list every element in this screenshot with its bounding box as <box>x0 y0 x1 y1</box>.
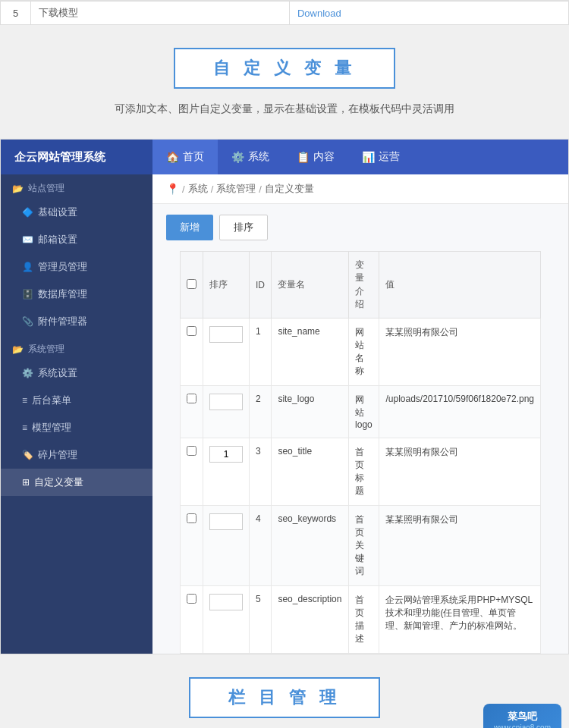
watermark-bottom: www.cniao8.com <box>494 723 551 728</box>
sidebar-item-admin-management[interactable]: 👤 管理员管理 <box>1 253 152 281</box>
row-desc-cell: 网站logo <box>349 386 379 438</box>
th-id: ID <box>250 252 272 318</box>
row-value-cell: /uploads/201710/59f06f1820e72.png <box>379 386 541 438</box>
row-order-cell <box>203 586 250 654</box>
top-partial-table: 5 下载模型 Download <box>0 1 569 25</box>
location-icon: 📍 <box>166 183 179 195</box>
attachment-icon: 📎 <box>22 316 33 327</box>
sidebar-item-system-settings[interactable]: ⚙️ 系统设置 <box>1 359 152 387</box>
sidebar-item-db-management[interactable]: 🗄️ 数据库管理 <box>1 281 152 308</box>
row-id-cell: 2 <box>250 386 272 438</box>
sort-button[interactable]: 排序 <box>219 215 268 240</box>
row-checkbox-1[interactable] <box>187 394 196 403</box>
row-desc-cell: 首页标题 <box>349 438 379 506</box>
nav-item-system[interactable]: ⚙️ 系统 <box>218 140 283 174</box>
sidebar-item-model-management[interactable]: ≡ 模型管理 <box>1 414 152 441</box>
sidebar-item-fragment[interactable]: 🏷️ 碎片管理 <box>1 441 152 469</box>
nav-item-operations[interactable]: 📊 运营 <box>348 140 413 174</box>
fragment-icon: 🏷️ <box>22 450 33 460</box>
custom-vars-table: 排序 ID 变量名 变量 介绍 值 <box>180 251 541 654</box>
sidebar-section2-title: 📂 系统管理 <box>1 335 152 359</box>
add-button[interactable]: 新增 <box>166 215 213 240</box>
watermark-box: 菜鸟吧 www.cniao8.com <box>483 704 561 728</box>
nav-item-content[interactable]: 📋 内容 <box>283 140 348 174</box>
sidebar-item-attachment[interactable]: 📎 附件管理器 <box>1 308 152 335</box>
nav-item-operations-label: 运营 <box>379 150 400 164</box>
nav-item-content-label: 内容 <box>313 150 335 164</box>
th-checkbox <box>181 252 203 318</box>
operations-icon: 📊 <box>362 151 375 163</box>
app-shell: 企云网站管理系统 🏠 首页 ⚙️ 系统 📋 内容 📊 运营 <box>0 139 569 654</box>
sidebar-item-email-label: 邮箱设置 <box>38 233 77 246</box>
nav-item-system-label: 系统 <box>248 150 269 164</box>
table-row: 5 下载模型 Download <box>1 2 569 25</box>
row-order-cell <box>203 318 250 386</box>
sidebar-item-attachment-label: 附件管理器 <box>38 315 87 328</box>
nav-items: 🏠 首页 ⚙️ 系统 📋 内容 📊 运营 <box>152 140 413 174</box>
row-id-cell: 1 <box>250 318 272 386</box>
sidebar-item-admin-label: 管理员管理 <box>38 260 87 274</box>
th-order: 排序 <box>203 252 250 318</box>
row-order-cell <box>203 386 250 438</box>
th-desc: 变量 介绍 <box>349 252 379 318</box>
folder-icon: 📂 <box>12 184 24 194</box>
model-icon: ≡ <box>22 422 27 433</box>
row-checkbox-3[interactable] <box>187 513 196 523</box>
main-layout: 📂 站点管理 🔷 基础设置 ✉️ 邮箱设置 👤 管理员管理 🗄️ 数 <box>1 174 568 654</box>
sidebar-item-fragment-label: 碎片管理 <box>38 448 77 462</box>
row-desc-cell: 首页关键词 <box>349 506 379 586</box>
sidebar-section1-label: 站点管理 <box>28 182 64 195</box>
breadcrumb-sep1: / <box>182 184 185 195</box>
sidebar-item-email-settings[interactable]: ✉️ 邮箱设置 <box>1 226 152 253</box>
th-desc-line2: 介绍 <box>355 285 373 311</box>
system-icon: ⚙️ <box>231 151 244 163</box>
row-varname-cell: seo_title <box>272 438 349 506</box>
sidebar-item-system-settings-label: 系统设置 <box>38 366 77 380</box>
content-area: 📍 / 系统 / 系统管理 / 自定义变量 新增 排序 <box>152 174 568 654</box>
row-varname-cell: site_name <box>272 318 349 386</box>
basic-settings-icon: 🔷 <box>22 207 33 218</box>
select-all-checkbox[interactable] <box>187 279 196 289</box>
folder2-icon: 📂 <box>12 344 24 355</box>
sidebar-item-backend-menu[interactable]: ≡ 后台菜单 <box>1 387 152 414</box>
row-checkbox-cell <box>181 438 203 506</box>
row-desc-cell: 网站名称 <box>349 318 379 386</box>
top-nav: 企云网站管理系统 🏠 首页 ⚙️ 系统 📋 内容 📊 运营 <box>1 140 568 174</box>
sidebar: 📂 站点管理 🔷 基础设置 ✉️ 邮箱设置 👤 管理员管理 🗄️ 数 <box>1 174 152 654</box>
order-input-2[interactable] <box>209 446 243 463</box>
sidebar-item-backend-menu-label: 后台菜单 <box>32 394 71 407</box>
content-icon: 📋 <box>297 151 310 163</box>
section1-title: 自 定 义 变 量 <box>174 48 395 89</box>
row-order-cell <box>203 506 250 586</box>
sidebar-section1-title: 📂 站点管理 <box>1 174 152 199</box>
order-input-4[interactable] <box>209 594 243 610</box>
row-checkbox-cell <box>181 318 203 386</box>
row-checkbox-4[interactable] <box>187 594 196 604</box>
row-index: 5 <box>1 2 31 25</box>
row-checkbox-2[interactable] <box>187 446 196 456</box>
section1-desc: 可添加文本、图片自定义变量，显示在基础设置，在模板代码中灵活调用 <box>15 102 554 131</box>
sidebar-item-custom-vars-label: 自定义变量 <box>34 475 83 489</box>
order-input-3[interactable] <box>209 513 243 530</box>
table-row: 5 seo_description 首页描述 企云网站管理系统采用PHP+MYS… <box>181 586 541 654</box>
order-input-1[interactable] <box>209 394 243 410</box>
sidebar-item-custom-vars[interactable]: ⊞ 自定义变量 <box>1 469 152 496</box>
row-varname-cell: seo_description <box>272 586 349 654</box>
watermark-top: 菜鸟吧 <box>508 710 537 723</box>
sidebar-item-db-label: 数据库管理 <box>38 287 87 301</box>
th-value: 值 <box>379 252 541 318</box>
sidebar-item-basic-settings[interactable]: 🔷 基础设置 <box>1 199 152 226</box>
row-checkbox-cell <box>181 506 203 586</box>
custom-vars-icon: ⊞ <box>22 477 30 488</box>
nav-item-home[interactable]: 🏠 首页 <box>152 140 218 174</box>
row-id-cell: 5 <box>250 586 272 654</box>
app-brand: 企云网站管理系统 <box>1 140 152 174</box>
toolbar: 新增 排序 <box>152 204 568 251</box>
th-varname: 变量名 <box>272 252 349 318</box>
order-input-0[interactable] <box>209 326 243 343</box>
row-checkbox-0[interactable] <box>187 326 196 336</box>
row-value-cell: 某某照明有限公司 <box>379 506 541 586</box>
breadcrumb-sys-mgmt: 系统管理 <box>216 182 256 196</box>
row-checkbox-cell <box>181 586 203 654</box>
table-row: 2 site_logo 网站logo /uploads/201710/59f06… <box>181 386 541 438</box>
